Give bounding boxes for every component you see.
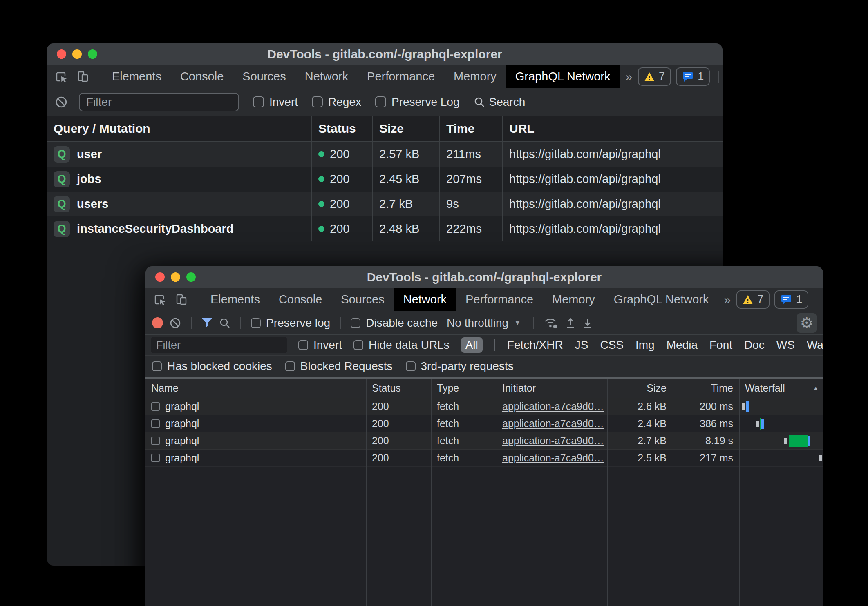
throttling-dropdown[interactable]: No throttling ▼ [444, 316, 523, 330]
network-settings-button[interactable]: ⚙ [797, 313, 817, 333]
preserve-log-checkbox[interactable]: Preserve log [251, 316, 330, 330]
checkbox[interactable] [253, 96, 264, 107]
tab-network[interactable]: Network [295, 65, 358, 88]
column-header-name[interactable]: Name [145, 379, 366, 398]
invert-checkbox[interactable]: Invert [253, 96, 298, 109]
checkbox[interactable] [351, 318, 360, 328]
type-filter-fetch-xhr[interactable]: Fetch/XHR [507, 339, 563, 352]
column-header-type[interactable]: Type [431, 379, 497, 398]
initiator-link[interactable]: application-a7ca9d0… [502, 452, 604, 464]
type-filter-doc[interactable]: Doc [744, 339, 765, 352]
column-header-initiator[interactable]: Initiator [497, 379, 607, 398]
type-filter-font[interactable]: Font [709, 339, 732, 352]
row-checkbox[interactable] [151, 402, 160, 411]
checkbox[interactable] [353, 340, 363, 350]
checkbox[interactable] [298, 340, 308, 350]
checkbox[interactable] [312, 96, 323, 107]
column-header-size[interactable]: Size [373, 116, 440, 141]
column-divider[interactable] [431, 379, 432, 606]
column-header-status[interactable]: Status [312, 116, 373, 141]
more-tabs-icon[interactable]: » [620, 65, 638, 88]
type-filter-wasm[interactable]: Wasm [807, 339, 823, 352]
column-divider[interactable] [739, 379, 740, 606]
export-har-icon[interactable] [582, 317, 593, 329]
close-button[interactable] [155, 272, 165, 282]
type-filter-media[interactable]: Media [667, 339, 698, 352]
checkbox[interactable] [152, 361, 162, 371]
minimize-button[interactable] [171, 272, 180, 282]
has-blocked-cookies-checkbox[interactable]: Has blocked cookies [152, 360, 272, 373]
clear-icon[interactable] [55, 96, 67, 108]
tab-sources[interactable]: Sources [331, 288, 394, 311]
checkbox[interactable] [406, 361, 416, 371]
tab-elements[interactable]: Elements [103, 65, 171, 88]
issues-badge[interactable]: 1 [676, 67, 710, 86]
checkbox[interactable] [251, 318, 261, 328]
type-filter-js[interactable]: JS [575, 339, 588, 352]
inspect-element-icon[interactable] [53, 68, 71, 86]
column-header-time[interactable]: Time [440, 116, 503, 141]
inspect-element-icon[interactable] [151, 291, 169, 309]
row-checkbox[interactable] [151, 437, 160, 445]
invert-checkbox[interactable]: Invert [298, 339, 342, 352]
tab-memory[interactable]: Memory [444, 65, 506, 88]
column-header-status[interactable]: Status [366, 379, 431, 398]
type-filter-img[interactable]: Img [635, 339, 655, 352]
more-tabs-icon[interactable]: » [718, 288, 736, 311]
clear-icon[interactable] [170, 317, 181, 329]
hide-data-urls-checkbox[interactable]: Hide data URLs [353, 339, 450, 352]
zoom-button[interactable] [186, 272, 196, 282]
initiator-link[interactable]: application-a7ca9d0… [502, 435, 604, 447]
table-row[interactable]: Quser 200 2.57 kB 211ms https://gitlab.c… [47, 142, 723, 167]
titlebar[interactable]: DevTools - gitlab.com/-/graphql-explorer [145, 266, 823, 288]
column-divider[interactable] [366, 379, 367, 606]
search-icon[interactable] [219, 317, 230, 329]
regex-checkbox[interactable]: Regex [312, 96, 361, 109]
column-divider[interactable] [607, 379, 608, 606]
tab-console[interactable]: Console [269, 288, 331, 311]
tab-elements[interactable]: Elements [201, 288, 269, 311]
tab-console[interactable]: Console [171, 65, 233, 88]
tab-graphql-network[interactable]: GraphQL Network [506, 65, 620, 88]
type-filter-css[interactable]: CSS [600, 339, 624, 352]
preserve-log-checkbox[interactable]: Preserve Log [375, 96, 460, 109]
checkbox[interactable] [285, 361, 295, 371]
tab-network[interactable]: Network [394, 288, 456, 311]
column-header-time[interactable]: Time [673, 379, 739, 398]
tab-sources[interactable]: Sources [233, 65, 295, 88]
table-row[interactable]: QinstanceSecurityDashboard 200 2.48 kB 2… [47, 216, 723, 241]
column-divider[interactable] [673, 379, 673, 606]
table-row[interactable]: Qjobs 200 2.45 kB 207ms https://gitlab.c… [47, 167, 723, 192]
titlebar[interactable]: DevTools - gitlab.com/-/graphql-explorer [47, 43, 723, 65]
filter-funnel-icon[interactable] [201, 318, 213, 328]
column-header-query[interactable]: Query / Mutation [47, 116, 312, 141]
warnings-badge[interactable]: 7 [736, 290, 770, 309]
tab-performance[interactable]: Performance [456, 288, 543, 311]
table-row[interactable]: Qusers 200 2.7 kB 9s https://gitlab.com/… [47, 192, 723, 216]
column-header-size[interactable]: Size [607, 379, 673, 398]
checkbox[interactable] [375, 96, 386, 107]
disable-cache-checkbox[interactable]: Disable cache [351, 316, 438, 330]
type-filter-ws[interactable]: WS [776, 339, 795, 352]
tab-graphql-network[interactable]: GraphQL Network [604, 288, 718, 311]
request-row[interactable]: graphql 200 fetch application-a7ca9d0… 2… [145, 415, 823, 432]
column-header-url[interactable]: URL [503, 116, 723, 141]
import-har-icon[interactable] [565, 317, 576, 329]
request-row[interactable]: graphql 200 fetch application-a7ca9d0… 2… [145, 450, 823, 467]
tab-performance[interactable]: Performance [358, 65, 444, 88]
close-button[interactable] [57, 49, 66, 59]
device-toolbar-icon[interactable] [172, 291, 190, 309]
zoom-button[interactable] [88, 49, 97, 59]
filter-input[interactable] [79, 93, 239, 111]
initiator-link[interactable]: application-a7ca9d0… [502, 418, 604, 430]
issues-badge[interactable]: 1 [774, 290, 808, 309]
network-conditions-icon[interactable] [544, 316, 559, 330]
search-button[interactable]: Search [474, 96, 526, 109]
tab-memory[interactable]: Memory [543, 288, 604, 311]
column-header-waterfall[interactable]: Waterfall ▲ [739, 379, 823, 398]
device-toolbar-icon[interactable] [74, 68, 92, 86]
request-row[interactable]: graphql 200 fetch application-a7ca9d0… 2… [145, 398, 823, 415]
request-row[interactable]: graphql 200 fetch application-a7ca9d0… 2… [145, 432, 823, 450]
initiator-link[interactable]: application-a7ca9d0… [502, 401, 604, 412]
type-filter-all[interactable]: All [461, 337, 483, 353]
